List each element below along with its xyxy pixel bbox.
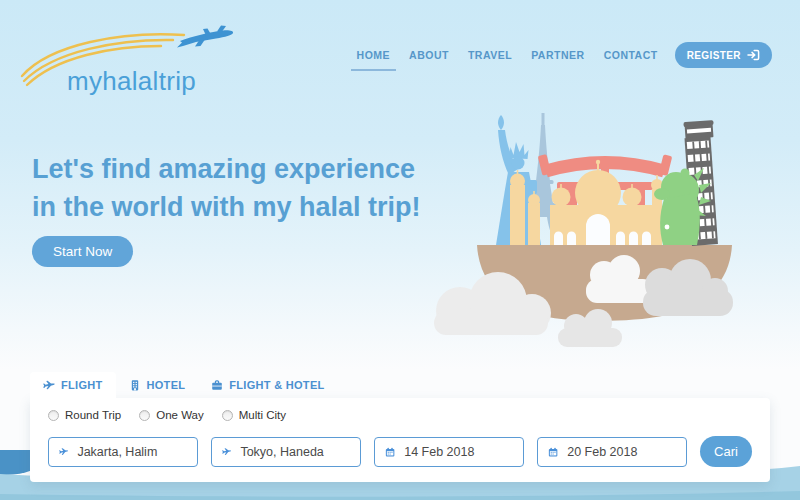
- tab-flight-and-hotel[interactable]: FLIGHT & HOTEL: [198, 372, 337, 398]
- depart-date-input[interactable]: [404, 445, 513, 459]
- nav-item-contact[interactable]: CONTACT: [602, 45, 660, 65]
- tab-flight-label: FLIGHT: [61, 379, 103, 391]
- radio-dot[interactable]: [139, 410, 150, 421]
- tab-flight-and-hotel-label: FLIGHT & HOTEL: [229, 379, 324, 391]
- plane-icon: [59, 446, 68, 457]
- main-nav: HOME ABOUT TRAVEL PARTNER CONTACT REGIST…: [355, 42, 772, 68]
- search-fields: Cari: [48, 436, 752, 467]
- radio-multi-city[interactable]: Multi City: [222, 409, 286, 421]
- depart-date-field-wrapper: [374, 437, 524, 467]
- brand-logo[interactable]: myhalaltrip: [20, 24, 250, 88]
- nav-item-about[interactable]: ABOUT: [407, 45, 451, 65]
- tab-hotel[interactable]: HOTEL: [116, 372, 199, 398]
- hero-title-line2: in the world with my halal trip!: [32, 192, 421, 222]
- brand-name: myhalaltrip: [67, 66, 196, 97]
- register-button[interactable]: REGISTER: [675, 42, 772, 68]
- hero-title-line1: Let's find amazing experience: [32, 154, 415, 184]
- hero-illustration: [400, 85, 800, 355]
- origin-field-wrapper: [48, 437, 198, 467]
- calendar-icon: [548, 446, 558, 458]
- register-label: REGISTER: [687, 50, 741, 61]
- flight-search-card: Round Trip One Way Multi City: [30, 398, 770, 482]
- briefcase-icon: [211, 379, 223, 391]
- calendar-icon: [385, 446, 395, 458]
- nav-item-partner[interactable]: PARTNER: [529, 45, 586, 65]
- hotel-icon: [129, 379, 141, 391]
- return-date-input[interactable]: [567, 445, 676, 459]
- start-now-button[interactable]: Start Now: [32, 236, 133, 267]
- tab-hotel-label: HOTEL: [147, 379, 186, 391]
- plane-icon: [222, 446, 231, 457]
- search-tabs: FLIGHT HOTEL FLIGHT & HOTEL: [30, 372, 338, 398]
- radio-multi-city-label: Multi City: [239, 409, 286, 421]
- destination-field-wrapper: [211, 437, 361, 467]
- page-background: myhalaltrip HOME ABOUT TRAVEL PARTNER CO…: [0, 0, 800, 500]
- tab-flight[interactable]: FLIGHT: [30, 372, 116, 398]
- radio-dot[interactable]: [222, 410, 233, 421]
- radio-dot[interactable]: [48, 410, 59, 421]
- origin-input[interactable]: [77, 445, 187, 459]
- destination-input[interactable]: [240, 445, 350, 459]
- sign-in-icon: [747, 49, 760, 61]
- radio-one-way[interactable]: One Way: [139, 409, 204, 421]
- hero-title: Let's find amazing experience in the wor…: [32, 150, 421, 226]
- nav-item-travel[interactable]: TRAVEL: [466, 45, 514, 65]
- radio-one-way-label: One Way: [156, 409, 204, 421]
- nav-item-home[interactable]: HOME: [355, 45, 393, 65]
- return-date-field-wrapper: [537, 437, 687, 467]
- plane-icon: [177, 26, 233, 48]
- radio-round-trip-label: Round Trip: [65, 409, 121, 421]
- search-submit-button[interactable]: Cari: [700, 436, 752, 467]
- radio-round-trip[interactable]: Round Trip: [48, 409, 121, 421]
- plane-icon: [43, 379, 55, 391]
- trip-type-options: Round Trip One Way Multi City: [48, 409, 286, 421]
